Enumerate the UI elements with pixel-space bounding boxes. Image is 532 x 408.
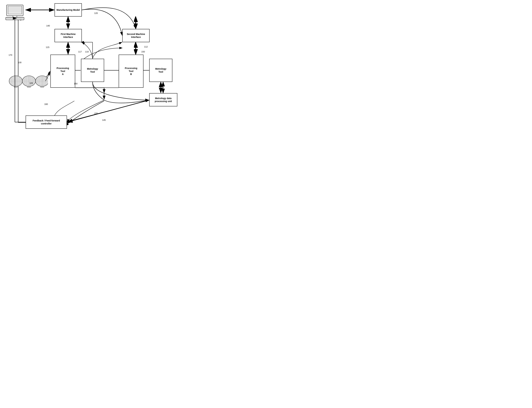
svg-rect-31 (8, 18, 10, 19)
processing-tool-a-label: ProcessingToolA (57, 67, 69, 76)
svg-rect-34 (13, 18, 15, 19)
first-machine-interface-label: First MachineInterface (61, 33, 75, 39)
metrology-data-processing-label: Metrology dataprocessing unit (155, 97, 172, 103)
label-150b: 150 (141, 51, 145, 53)
label-150a: 150 (74, 82, 78, 85)
svg-rect-38 (20, 18, 21, 19)
svg-line-92 (67, 100, 149, 122)
processing-tool-a-box: ProcessingToolA (50, 55, 75, 88)
second-machine-interface-box: Second MachineInterface (122, 29, 150, 42)
svg-rect-78 (41, 86, 44, 87)
metrology-tool-2-box: MetrologyTool (149, 59, 172, 82)
svg-rect-37 (18, 18, 19, 19)
svg-rect-65 (27, 86, 31, 87)
svg-rect-39 (22, 18, 23, 19)
svg-rect-36 (16, 18, 18, 19)
label-117: 117 (78, 51, 82, 53)
label-115: 115 (46, 46, 49, 49)
label-155: 155 (94, 112, 98, 115)
processing-tool-b-label: ProcessingToolB (125, 67, 137, 76)
feedback-controller-label: Feedback / Feed-forwardcontroller (33, 119, 60, 125)
svg-rect-30 (7, 18, 8, 19)
svg-line-13 (65, 100, 149, 122)
label-160: 160 (44, 103, 48, 105)
metrology-data-processing-box: Metrology dataprocessing unit (149, 93, 177, 106)
label-140: 140 (46, 25, 50, 27)
svg-rect-32 (10, 18, 11, 19)
label-105: 105 (29, 82, 33, 84)
metrology-tool-1-label: MetrologyTool (87, 67, 98, 73)
diagram: Manufacturing Model First MachineInterfa… (0, 0, 198, 152)
label-170: 170 (8, 54, 12, 56)
metrology-tool-2-label: MetrologyTool (155, 67, 166, 73)
label-120: 120 (94, 12, 98, 14)
computer-icon (5, 4, 25, 21)
label-145: 145 (102, 119, 106, 121)
manufacturing-model-label: Manufacturing Model (57, 8, 80, 11)
metrology-tool-1-box: MetrologyTool (81, 59, 104, 82)
label-130: 130 (18, 61, 22, 64)
second-machine-interface-label: Second MachineInterface (127, 33, 145, 39)
wafer-group (8, 73, 48, 90)
label-112: 112 (144, 45, 148, 48)
svg-rect-33 (12, 18, 13, 19)
processing-tool-b-box: ProcessingToolB (119, 55, 143, 88)
manufacturing-model-box: Manufacturing Model (55, 3, 82, 17)
svg-rect-52 (14, 86, 17, 87)
label-110: 110 (85, 51, 89, 53)
feedback-controller-box: Feedback / Feed-forwardcontroller (26, 116, 67, 129)
svg-rect-35 (15, 18, 16, 19)
first-machine-interface-box: First MachineInterface (55, 29, 82, 42)
svg-rect-22 (8, 6, 22, 14)
svg-rect-28 (13, 16, 17, 17)
